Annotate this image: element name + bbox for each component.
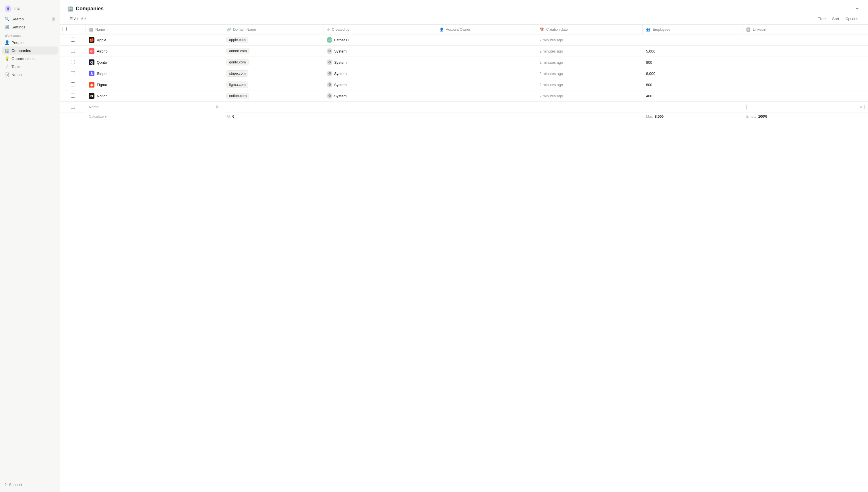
- row-linkedin-cell: [743, 79, 868, 91]
- opportunities-label: Opportunities: [11, 56, 34, 61]
- sidebar-item-opportunities[interactable]: 💡 Opportunities: [2, 54, 58, 63]
- row-checkbox[interactable]: [71, 49, 75, 53]
- companies-table: 🏢 Name 🔗 Domain Name ⊙ Created by 👤 Acco…: [60, 25, 868, 121]
- row-created-cell: ⚙ System: [323, 79, 436, 91]
- creator-group: ⚙ System: [327, 71, 432, 76]
- people-label: People: [11, 41, 24, 45]
- new-row-date-cell: [536, 102, 643, 113]
- creator-group: ED Esther D: [327, 37, 432, 43]
- row-created-cell: ⚙ System: [323, 46, 436, 57]
- chevron-down-icon: ▾: [84, 17, 86, 21]
- footer-domain-cell: All 6: [223, 113, 323, 121]
- company-logo: 🍎: [89, 37, 94, 43]
- row-employees-cell: 800: [643, 57, 743, 68]
- creator-avatar: ⚙: [327, 71, 332, 76]
- domain-chip[interactable]: qonto.com: [226, 59, 248, 66]
- sidebar-item-notes[interactable]: 📝 Notes: [2, 71, 58, 79]
- row-domain-cell: qonto.com: [223, 57, 323, 68]
- select-all-checkbox[interactable]: [63, 27, 67, 31]
- sidebar-item-tasks[interactable]: ✓ Tasks: [2, 63, 58, 71]
- row-linkedin-cell: [743, 46, 868, 57]
- settings-label: Settings: [11, 25, 26, 29]
- account-col-icon: 👤: [440, 28, 444, 31]
- row-checkbox[interactable]: [71, 71, 75, 75]
- row-created-cell: ⚙ System: [323, 68, 436, 79]
- row-employees-cell: 800: [643, 79, 743, 91]
- sidebar-item-companies[interactable]: 🏢 Companies: [2, 47, 58, 54]
- add-record-button[interactable]: +: [853, 5, 861, 13]
- row-checkbox[interactable]: [71, 82, 75, 87]
- row-account-cell: [436, 57, 536, 68]
- calculate-button[interactable]: Calculate ▾: [89, 115, 220, 119]
- domain-chip[interactable]: figma.com: [226, 81, 248, 88]
- th-select-all[interactable]: [60, 25, 85, 34]
- company-name-group: S Stripe: [89, 71, 220, 76]
- row-date-cell: 2 minutes ago: [536, 91, 643, 102]
- row-account-cell: [436, 46, 536, 57]
- user-menu[interactable]: lj li jia: [2, 3, 58, 14]
- row-linkedin-cell: [743, 68, 868, 79]
- table-row: ◈ Figma figma.com ⚙ System 2 minutes ago…: [60, 79, 868, 91]
- add-icon: +: [855, 6, 859, 12]
- row-name-cell: ◈ Figma: [85, 79, 223, 91]
- employees-count: 400: [646, 94, 652, 98]
- employees-count: 8,000: [646, 72, 655, 76]
- row-checkbox-cell: [60, 46, 85, 57]
- row-date-cell: 2 minutes ago: [536, 34, 643, 46]
- new-row-checkbox-cell: [60, 102, 85, 113]
- view-filter-button[interactable]: ☰ All · 6 ▾: [67, 16, 89, 22]
- new-row-linkedin-cell: ✏: [743, 102, 868, 113]
- row-domain-cell: airbnb.com: [223, 46, 323, 57]
- th-domain: 🔗 Domain Name: [223, 25, 323, 34]
- table-row: Q Qonto qonto.com ⚙ System 2 minutes ago…: [60, 57, 868, 68]
- creator-name: System: [334, 72, 346, 76]
- row-checkbox[interactable]: [71, 94, 75, 98]
- footer-created-cell: [323, 113, 436, 121]
- creator-name: System: [334, 60, 346, 65]
- row-created-cell: ⚙ System: [323, 91, 436, 102]
- creator-name: System: [334, 94, 346, 98]
- filter-button[interactable]: Filter: [815, 16, 829, 22]
- table-row: N Notion notion.com ⚙ System 2 minutes a…: [60, 91, 868, 102]
- row-account-cell: [436, 79, 536, 91]
- row-checkbox-cell: [60, 79, 85, 91]
- new-row-checkbox[interactable]: [71, 105, 75, 109]
- support-icon: ?: [5, 483, 7, 487]
- th-account-owner: 👤 Account Owner: [436, 25, 536, 34]
- domain-chip[interactable]: apple.com: [226, 37, 248, 43]
- options-button[interactable]: Options: [842, 16, 861, 22]
- sidebar-item-settings[interactable]: ⚙️ Settings: [2, 23, 58, 31]
- sidebar-item-search[interactable]: 🔍 Search /: [2, 15, 58, 23]
- footer-calculate-cell[interactable]: Calculate ▾: [85, 113, 223, 121]
- tasks-label: Tasks: [11, 65, 22, 69]
- creator-name: System: [334, 49, 346, 53]
- creator-avatar: ⚙: [327, 82, 332, 88]
- creation-date: 2 minutes ago: [540, 94, 563, 98]
- copy-button[interactable]: ⧉: [215, 104, 220, 109]
- row-account-cell: [436, 91, 536, 102]
- footer-all-count: 6: [232, 115, 234, 119]
- sort-button[interactable]: Sort: [829, 16, 842, 22]
- th-creation-date: 📅 Creation date: [536, 25, 643, 34]
- domain-chip[interactable]: stripe.com: [226, 70, 248, 77]
- linkedin-edit-button[interactable]: ✏: [860, 105, 863, 109]
- calculate-chevron-icon: ▾: [105, 115, 107, 119]
- row-linkedin-cell: [743, 91, 868, 102]
- footer-date-cell: [536, 113, 643, 121]
- view-label: All: [74, 17, 78, 21]
- domain-chip[interactable]: airbnb.com: [226, 48, 249, 54]
- creation-date: 2 minutes ago: [540, 38, 563, 42]
- creation-date: 2 minutes ago: [540, 60, 563, 65]
- domain-col-icon: 🔗: [227, 28, 231, 31]
- sidebar-item-support[interactable]: ? Support: [2, 481, 58, 489]
- domain-chip[interactable]: notion.com: [226, 93, 249, 99]
- support-label: Support: [9, 483, 22, 487]
- row-checkbox[interactable]: [71, 60, 75, 64]
- creator-name: System: [334, 83, 346, 87]
- row-checkbox[interactable]: [71, 38, 75, 42]
- sidebar-item-people[interactable]: 👤 People: [2, 39, 58, 47]
- domain-col-label: Domain Name: [233, 28, 256, 31]
- new-record-name-input[interactable]: [89, 105, 213, 109]
- created-col-icon: ⊙: [327, 28, 330, 31]
- row-date-cell: 2 minutes ago: [536, 79, 643, 91]
